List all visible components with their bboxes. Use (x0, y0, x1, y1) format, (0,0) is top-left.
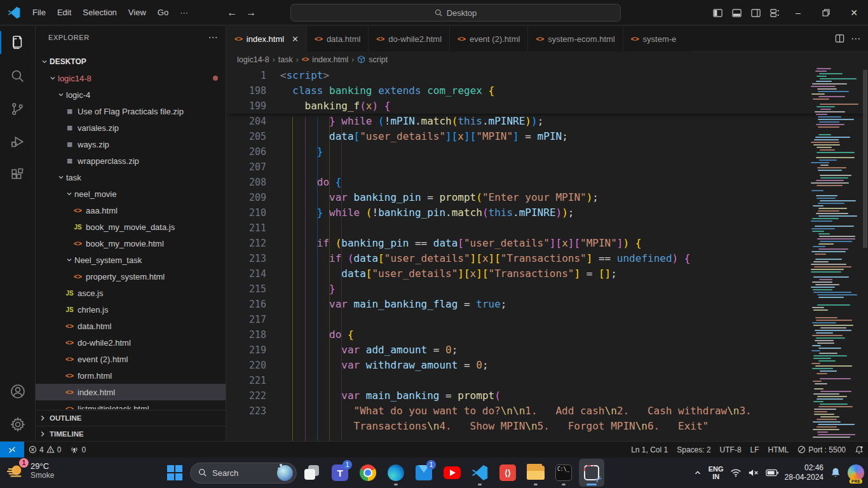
sticky-scroll[interactable]: 1<script>198class banking extends com_re… (227, 68, 868, 114)
toggle-panel-icon[interactable] (727, 0, 746, 25)
code-line[interactable]: 219var add_amount = 0; (227, 342, 868, 358)
run-debug-icon[interactable] (0, 125, 36, 158)
outline-section-header[interactable]: OUTLINE (36, 410, 226, 426)
line-number[interactable]: 217 (227, 312, 266, 327)
split-editor-icon[interactable] (835, 34, 844, 43)
breadcrumb-item[interactable]: logic14-8 (237, 55, 269, 64)
terminal-app-button[interactable]: C:\_ (551, 459, 576, 487)
tree-item-form-html[interactable]: <>form.html (36, 367, 226, 384)
volume-muted-icon[interactable] (748, 468, 759, 478)
line-number[interactable]: 210 (227, 205, 266, 220)
tree-item-variales-zip[interactable]: ▤variales.zip (36, 119, 226, 136)
menu-item-go[interactable]: Go (152, 5, 174, 20)
minimap[interactable] (810, 68, 862, 441)
tree-item-task[interactable]: task (36, 169, 226, 186)
code-line[interactable]: 205data["user_details"][x]["MPIN"] = mPI… (227, 129, 868, 144)
menu-item-edit[interactable]: Edit (51, 5, 77, 20)
tree-item-listmultipletack-html[interactable]: <>listmultipletack.html (36, 400, 226, 409)
code-line[interactable]: 207 (227, 159, 868, 175)
tray-chevron-up-icon[interactable] (693, 468, 702, 477)
breadcrumb-item[interactable]: script (369, 55, 388, 64)
line-number[interactable]: 212 (227, 236, 266, 251)
line-number[interactable]: 223 (227, 403, 266, 419)
teams-app-button[interactable]: T1 (327, 459, 353, 487)
code-line[interactable]: Transactions\n4. Show MPIN\n5. Forgot MP… (227, 419, 868, 434)
line-number[interactable]: 1 (227, 68, 266, 83)
code-line[interactable]: 216var main_banking_flag = true; (227, 297, 868, 312)
start-button[interactable] (162, 459, 187, 487)
line-number[interactable]: 213 (227, 251, 266, 266)
close-button[interactable]: ✕ (840, 0, 868, 25)
tab-data-html[interactable]: <>data.html (307, 26, 369, 51)
edge-app-button[interactable] (383, 459, 409, 487)
file-explorer-button[interactable] (523, 459, 548, 487)
toggle-secondary-sidebar-icon[interactable] (746, 0, 765, 25)
wifi-icon[interactable] (730, 468, 742, 478)
snipping-tool-button[interactable] (579, 459, 604, 487)
menu-item-selection[interactable]: Selection (77, 5, 122, 20)
youtube-app-button[interactable] (439, 459, 465, 487)
tree-item-index-html[interactable]: <>index.html (36, 384, 226, 400)
tab-index-html[interactable]: <>index.html✕ (227, 26, 307, 51)
code-line[interactable]: 199banking_f(x) { (227, 98, 868, 114)
code-line[interactable]: 1<script> (227, 68, 868, 83)
code-line[interactable]: 214data["user_details"][x]["Transactions… (227, 266, 868, 281)
extensions-icon[interactable] (0, 158, 36, 191)
language-mode[interactable]: HTML (764, 443, 794, 457)
tree-item-property-system-html[interactable]: <>property_system.html (36, 268, 226, 285)
line-number[interactable]: 211 (227, 220, 266, 236)
line-number[interactable]: 209 (227, 190, 266, 205)
line-number[interactable] (227, 419, 266, 434)
line-number[interactable]: 204 (227, 114, 266, 129)
notification-bell-icon[interactable] (830, 467, 841, 478)
code-line[interactable]: 211 (227, 220, 868, 236)
menu-item-file[interactable]: File (27, 5, 51, 20)
code-line[interactable]: 210} while (!banking_pin.match(this.mPIN… (227, 205, 868, 220)
tree-item-event-2-html[interactable]: <>event (2).html (36, 351, 226, 367)
code-line[interactable]: 221 (227, 373, 868, 388)
tree-item-logic14-8[interactable]: logic14-8 (36, 70, 226, 86)
code-line[interactable]: 222var main_banking = prompt( (227, 388, 868, 403)
code-line[interactable]: 217 (227, 312, 868, 327)
breadcrumb-item[interactable]: index.html (312, 55, 348, 64)
tree-item-book-my-movie-html[interactable]: <>book_my_movie.html (36, 235, 226, 252)
source-control-icon[interactable] (0, 92, 36, 125)
line-number[interactable]: 207 (227, 159, 266, 175)
customize-layout-icon[interactable] (765, 0, 784, 25)
breadcrumb-item[interactable]: task (278, 55, 293, 64)
tree-item-data-html[interactable]: <>data.html (36, 318, 226, 334)
code-lines[interactable]: 204} while (!mPIN.match(this.mPINRE));20… (227, 114, 868, 434)
history-forward-button[interactable]: → (246, 7, 256, 18)
remote-indicator[interactable] (0, 442, 24, 458)
code-line[interactable]: 215} (227, 281, 868, 297)
tree-item-book-my-movie-data-js[interactable]: JSbook_my_movie_data.js (36, 219, 226, 235)
line-number[interactable]: 199 (227, 98, 266, 114)
more-editor-actions-icon[interactable]: ⋯ (851, 33, 860, 44)
close-tab-icon[interactable]: ✕ (292, 34, 299, 44)
cursor-position[interactable]: Ln 1, Col 1 (627, 443, 672, 457)
tab-system-e[interactable]: <>system-e (623, 26, 691, 51)
mail-app-button[interactable]: 1 (411, 459, 437, 487)
code-line[interactable]: 198class banking extends com_regex { (227, 83, 868, 98)
editor-scrollbar[interactable] (863, 70, 867, 248)
settings-gear-icon[interactable] (0, 408, 36, 441)
menu-item-view[interactable]: View (123, 5, 152, 20)
problems-indicator[interactable]: 4 0 (24, 443, 65, 457)
code-line[interactable]: 206} (227, 144, 868, 159)
tree-item-neel-movie[interactable]: neel_movie (36, 186, 226, 202)
menu-item-[interactable]: ··· (174, 5, 194, 20)
search-sidebar-icon[interactable] (0, 59, 36, 92)
history-back-button[interactable]: ← (227, 7, 237, 18)
copilot-icon[interactable]: PRE (848, 464, 864, 481)
vscode-app-button[interactable] (467, 459, 492, 487)
taskbar-search[interactable]: Search (190, 463, 297, 484)
tree-item-Use-of-Flag-Practicals-file-zip[interactable]: ▤Use of Flag Practicals file.zip (36, 103, 226, 119)
breadcrumb[interactable]: logic14-8›task›<>index.html›script (227, 51, 868, 67)
code-line[interactable]: 223"What do you want to do?\n\n1. Add ca… (227, 403, 868, 419)
tree-item-logic-4[interactable]: logic-4 (36, 86, 226, 103)
code-line[interactable]: 209var banking_pin = prompt("Enter your … (227, 190, 868, 205)
weather-widget[interactable]: 1 29°C Smoke (6, 461, 54, 480)
code-editor[interactable]: 1<script>198class banking extends com_re… (227, 68, 868, 441)
code-line[interactable]: 213if (data["user_details"][x]["Transact… (227, 251, 868, 266)
tree-item-asce-js[interactable]: JSasce.js (36, 285, 226, 301)
